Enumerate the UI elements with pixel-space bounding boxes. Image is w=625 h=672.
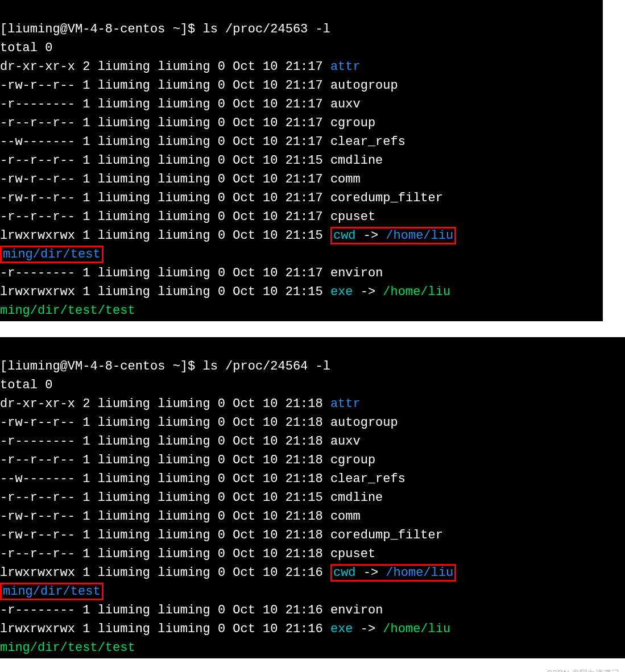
prompt: [liuming@VM-4-8-centos ~]$ — [0, 359, 202, 374]
terminal-output-2[interactable]: [liuming@VM-4-8-centos ~]$ ls /proc/2456… — [0, 337, 625, 658]
exe-row: lrwxrwxrwx 1 liuming liuming 0 Oct 10 21… — [0, 622, 450, 636]
exe-row: lrwxrwxrwx 1 liuming liuming 0 Oct 10 21… — [0, 285, 450, 299]
ls-rows-1: dr-xr-xr-x 2 liuming liuming 0 Oct 10 21… — [0, 60, 443, 224]
ls-rows-2: dr-xr-xr-x 2 liuming liuming 0 Oct 10 21… — [0, 397, 443, 561]
environ-row: -r-------- 1 liuming liuming 0 Oct 10 21… — [0, 266, 383, 280]
cwd-target-wrap: ming/dir/test — [3, 584, 101, 599]
command: ls /proc/24564 -l — [202, 359, 330, 374]
exe-target-wrap: ming/dir/test/test — [0, 304, 135, 318]
cwd-row: lrwxrwxrwx 1 liuming liuming 0 Oct 10 21… — [0, 227, 456, 244]
exe-target-wrap: ming/dir/test/test — [0, 641, 135, 655]
total: total 0 — [0, 378, 52, 392]
total: total 0 — [0, 41, 52, 55]
terminal-output-1[interactable]: [liuming@VM-4-8-centos ~]$ ls /proc/2456… — [0, 0, 603, 321]
environ-row: -r-------- 1 liuming liuming 0 Oct 10 21… — [0, 603, 383, 617]
command: ls /proc/24563 -l — [202, 22, 330, 36]
cwd-target-wrap: ming/dir/test — [3, 247, 101, 262]
prompt: [liuming@VM-4-8-centos ~]$ — [0, 22, 202, 36]
watermark: CSDN @阿白逆袭记 — [0, 658, 625, 672]
cwd-row: lrwxrwxrwx 1 liuming liuming 0 Oct 10 21… — [0, 564, 456, 582]
